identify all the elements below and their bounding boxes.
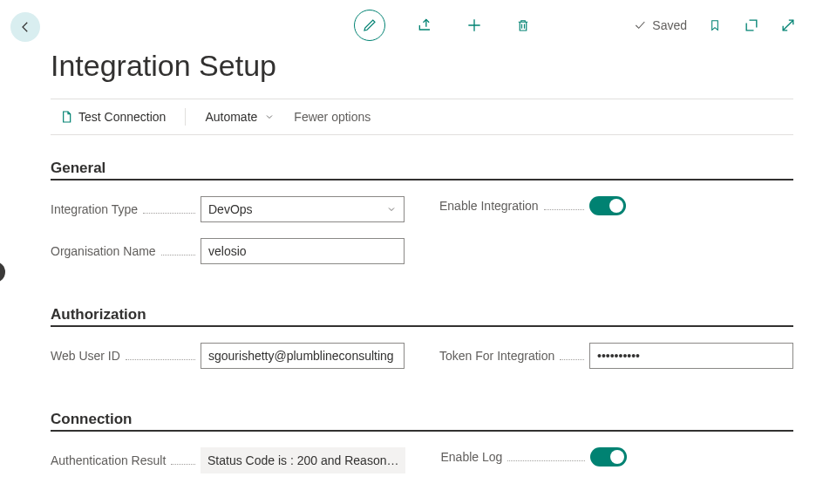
section-general-title: General bbox=[51, 160, 793, 180]
top-toolbar: Saved bbox=[0, 0, 816, 44]
section-connection-title: Connection bbox=[51, 411, 793, 432]
delete-icon[interactable] bbox=[514, 17, 532, 34]
dots bbox=[126, 359, 195, 360]
automate-menu[interactable]: Automate bbox=[205, 110, 275, 124]
enable-log-toggle[interactable] bbox=[590, 447, 627, 467]
popout-icon[interactable] bbox=[743, 17, 760, 34]
fewer-options-label: Fewer options bbox=[294, 110, 371, 124]
integration-type-value: DevOps bbox=[208, 202, 253, 216]
dots bbox=[143, 213, 195, 214]
action-bar: Test Connection Automate Fewer options bbox=[51, 99, 793, 135]
dots bbox=[161, 255, 195, 255]
enable-integration-toggle[interactable] bbox=[589, 196, 626, 215]
organisation-name-input[interactable] bbox=[201, 238, 405, 264]
share-icon[interactable] bbox=[417, 17, 434, 34]
separator bbox=[185, 108, 186, 126]
token-input[interactable] bbox=[589, 343, 793, 369]
save-state: Saved bbox=[633, 18, 687, 32]
expand-icon[interactable] bbox=[779, 17, 797, 34]
token-label: Token For Integration bbox=[439, 349, 554, 363]
enable-log-label: Enable Log bbox=[440, 450, 502, 464]
bookmark-icon[interactable] bbox=[706, 17, 724, 34]
dots bbox=[560, 359, 584, 360]
integration-type-label: Integration Type bbox=[51, 202, 138, 216]
auth-result-value: Status Code is : 200 and Reason… bbox=[201, 447, 405, 473]
saved-label: Saved bbox=[652, 18, 687, 32]
edit-button[interactable] bbox=[354, 10, 385, 41]
dots bbox=[507, 460, 585, 461]
page-title: Integration Setup bbox=[51, 49, 793, 83]
dots bbox=[544, 209, 584, 210]
back-button[interactable] bbox=[10, 12, 40, 42]
test-connection-action[interactable]: Test Connection bbox=[59, 110, 166, 124]
web-user-id-label: Web User ID bbox=[51, 349, 120, 363]
integration-type-select[interactable]: DevOps bbox=[201, 196, 405, 222]
section-authorization-title: Authorization bbox=[51, 306, 793, 327]
test-connection-label: Test Connection bbox=[78, 110, 166, 124]
new-icon[interactable] bbox=[466, 17, 483, 34]
enable-integration-label: Enable Integration bbox=[439, 199, 539, 213]
fewer-options-link[interactable]: Fewer options bbox=[294, 110, 371, 124]
auth-result-label: Authentication Result bbox=[51, 453, 166, 467]
dots bbox=[171, 464, 195, 465]
automate-label: Automate bbox=[205, 110, 257, 124]
chevron-down-icon bbox=[386, 204, 397, 215]
organisation-name-label: Organisation Name bbox=[51, 244, 156, 258]
web-user-id-input[interactable] bbox=[201, 343, 405, 369]
chevron-down-icon bbox=[264, 112, 275, 122]
